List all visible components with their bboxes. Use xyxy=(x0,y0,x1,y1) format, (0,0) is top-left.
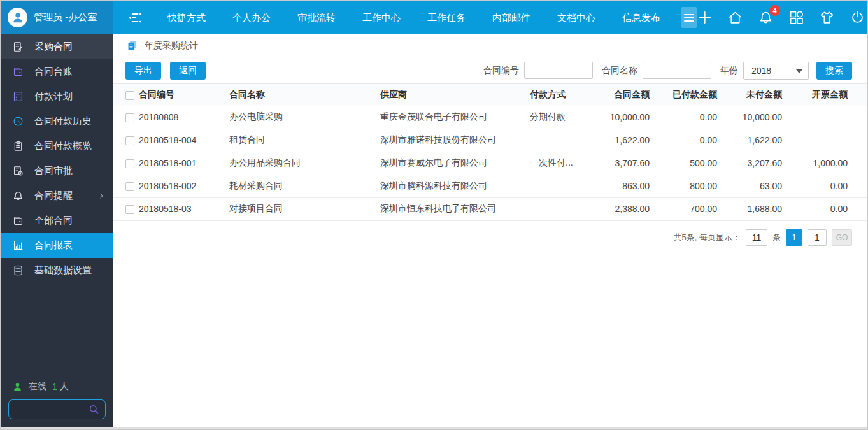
nav-item-0[interactable]: 快捷方式 xyxy=(154,1,219,34)
export-button[interactable]: 导出 xyxy=(125,62,161,80)
back-button[interactable]: 返回 xyxy=(170,62,206,80)
sidebar-item-5[interactable]: 合同审批 xyxy=(1,159,113,183)
chevron-right-icon xyxy=(97,192,106,200)
filter-bar: 合同编号 合同名称 年份 2018 搜索 xyxy=(474,62,852,80)
clock-icon xyxy=(12,115,24,127)
cell-3: 一次性付... xyxy=(530,152,601,175)
contract-name-label: 合同名称 xyxy=(602,65,637,76)
bell-icon[interactable]: 4 xyxy=(758,10,774,25)
nav-item-7[interactable]: 信息发布 xyxy=(609,1,674,34)
sidebar-item-0[interactable]: 采购合同 xyxy=(1,34,113,59)
page-size-input[interactable] xyxy=(746,229,767,246)
cell-0: 20180518-001 xyxy=(139,152,229,175)
go-button[interactable]: GO xyxy=(832,229,852,246)
row-checkbox[interactable] xyxy=(125,159,134,168)
column-header-1: 合同名称 xyxy=(229,84,380,106)
cell-4: 10,000.00 xyxy=(601,106,665,129)
sidebar-item-label: 采购合同 xyxy=(34,41,73,53)
column-header-5: 已付款金额 xyxy=(665,84,732,106)
cell-4: 1,622.00 xyxy=(601,129,665,152)
home-icon[interactable] xyxy=(727,10,743,25)
caret-down-icon xyxy=(796,69,802,73)
table-row[interactable]: 20180518-004租赁合同深圳市雅诺科技股份有限公司1,622.000.0… xyxy=(113,129,868,152)
search-button[interactable]: 搜索 xyxy=(816,62,852,80)
cell-1: 办公用品采购合同 xyxy=(229,152,380,175)
cell-5: 700.00 xyxy=(665,197,732,220)
sidebar-item-9[interactable]: 基础数据设置 xyxy=(1,258,113,283)
select-all-checkbox[interactable] xyxy=(125,91,134,100)
sidebar-item-label: 合同付款历史 xyxy=(34,115,92,127)
contract-no-input[interactable] xyxy=(524,62,593,79)
sidebar-search-box xyxy=(8,399,106,419)
row-checkbox[interactable] xyxy=(125,182,134,191)
sidebar-item-6[interactable]: 合同提醒 xyxy=(1,183,113,208)
hamburger-icon xyxy=(681,10,697,25)
document-icon xyxy=(126,39,138,52)
nav-item-2[interactable]: 审批流转 xyxy=(284,1,349,34)
table-row[interactable]: 20180518-002耗材采购合同深圳市腾科源科技有限公司863.00800.… xyxy=(113,175,868,197)
table-row[interactable]: 20180808办公电脑采购重庆金茂联合电子有限公司分期付款10,000.000… xyxy=(113,106,868,129)
row-checkbox[interactable] xyxy=(125,136,134,145)
apps-icon[interactable] xyxy=(788,10,804,25)
cell-4: 3,707.60 xyxy=(601,152,665,175)
cell-5: 0.00 xyxy=(665,106,732,129)
sidebar-bottom: 在线 1 人 xyxy=(1,381,113,419)
nav-item-1[interactable]: 个人办公 xyxy=(219,1,284,34)
breadcrumb: 年度采购统计 xyxy=(113,34,867,57)
nav-item-4[interactable]: 工作任务 xyxy=(414,1,479,34)
sidebar: 采购合同合同台账付款计划合同付款历史合同付款概览合同审批合同提醒全部合同合同报表… xyxy=(1,34,113,427)
horizontal-scrollbar[interactable] xyxy=(1,427,867,429)
wallet-icon xyxy=(12,66,24,78)
search-icon[interactable] xyxy=(88,403,100,415)
sidebar-item-label: 付款计划 xyxy=(34,90,73,103)
sidebar-item-label: 合同提醒 xyxy=(34,190,73,202)
cell-0: 20180518-002 xyxy=(139,175,229,197)
cell-1: 租赁合同 xyxy=(229,129,380,152)
cell-6: 10,000.00 xyxy=(732,106,797,129)
contract-name-input[interactable] xyxy=(643,62,711,79)
cell-2: 深圳市恒东科技电子有限公司 xyxy=(380,197,530,220)
nav-item-3[interactable]: 工作中心 xyxy=(349,1,414,34)
sidebar-item-8[interactable]: 合同报表 xyxy=(1,233,113,258)
column-header-3: 付款方式 xyxy=(530,84,601,106)
clipboard-icon xyxy=(12,140,24,152)
goto-page-input[interactable] xyxy=(808,229,827,246)
row-checkbox[interactable] xyxy=(125,113,134,122)
online-unit: 人 xyxy=(60,381,69,392)
table-row[interactable]: 20180518-001办公用品采购合同深圳市赛威尔电子有限公司一次性付...3… xyxy=(113,152,868,175)
pagination: 共5条, 每页显示： 条 1 GO xyxy=(113,229,867,246)
cell-7 xyxy=(797,129,868,152)
current-page-button[interactable]: 1 xyxy=(786,229,802,246)
nav-item-6[interactable]: 文档中心 xyxy=(544,1,609,34)
nav-item-5[interactable]: 内部邮件 xyxy=(479,1,544,34)
sidebar-item-label: 合同台账 xyxy=(34,66,73,78)
cell-6: 3,207.60 xyxy=(732,152,797,175)
sidebar-item-7[interactable]: 全部合同 xyxy=(1,208,113,233)
online-status: 在线 1 人 xyxy=(12,381,106,392)
wallet-icon xyxy=(12,215,24,227)
column-header-0: 合同编号 xyxy=(139,84,229,106)
contract-no-label: 合同编号 xyxy=(483,65,519,76)
cell-4: 2,388.00 xyxy=(601,197,665,220)
sidebar-item-1[interactable]: 合同台账 xyxy=(1,59,113,84)
year-select[interactable]: 2018 xyxy=(743,62,809,80)
plus-icon[interactable] xyxy=(697,10,713,25)
sidebar-item-4[interactable]: 合同付款概览 xyxy=(1,134,113,159)
sidebar-item-2[interactable]: 付款计划 xyxy=(1,84,113,109)
table-row[interactable]: 20180518-03对接项目合同深圳市恒东科技电子有限公司2,388.0070… xyxy=(113,197,868,220)
column-header-6: 未付金额 xyxy=(732,84,797,106)
row-checkbox[interactable] xyxy=(125,205,134,214)
collapse-sidebar-icon[interactable] xyxy=(126,10,143,26)
cell-6: 1,622.00 xyxy=(732,129,797,152)
table-header-row: 合同编号合同名称供应商付款方式合同金额已付款金额未付金额开票金额 xyxy=(113,84,868,106)
sidebar-item-label: 合同报表 xyxy=(34,240,73,252)
cell-0: 20180518-004 xyxy=(139,129,229,152)
power-icon[interactable] xyxy=(850,10,865,25)
cell-1: 耗材采购合同 xyxy=(229,175,380,197)
online-user-icon xyxy=(12,382,23,392)
app-window: 管理员 -办公室 快捷方式个人办公审批流转工作中心工作任务内部邮件文档中心信息发… xyxy=(0,0,868,430)
sidebar-item-3[interactable]: 合同付款历史 xyxy=(1,109,113,134)
shirt-icon[interactable] xyxy=(819,10,835,25)
user-block[interactable]: 管理员 -办公室 xyxy=(1,1,113,34)
more-menu-button[interactable] xyxy=(681,7,697,28)
